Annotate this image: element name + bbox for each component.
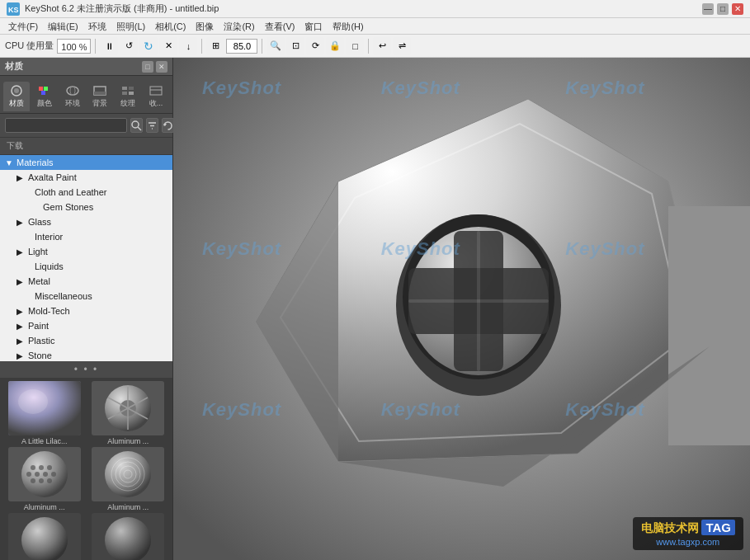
tab-color-label: 颜色 [37, 98, 52, 109]
svg-line-18 [138, 127, 141, 130]
svg-point-17 [132, 121, 139, 128]
thumbnail-grid: A Little Lilac... [0, 378, 172, 560]
tab-texture-label: 纹理 [120, 98, 135, 109]
tree-item-glass[interactable]: ▶ Glass [0, 214, 172, 229]
tree-item-misc[interactable]: Miscellaneous [0, 289, 172, 304]
section-label-text: 下载 [7, 141, 23, 150]
svg-rect-5 [44, 87, 48, 91]
thumb-img-2 [92, 381, 164, 435]
tree-arrow-light: ▶ [17, 247, 26, 256]
tab-env[interactable]: 环境 [59, 82, 86, 111]
tree-label-cloth: Cloth and Leather [35, 187, 106, 197]
search-btn-1[interactable] [130, 118, 143, 133]
tree-item-materials[interactable]: ▼ Materials [0, 155, 172, 170]
section-label: 下载 [0, 138, 172, 155]
search-input[interactable] [5, 118, 127, 133]
svg-point-37 [35, 472, 40, 477]
thumb-item-6[interactable] [87, 513, 170, 560]
minimize-btn[interactable]: — [702, 3, 714, 15]
menu-image[interactable]: 图像 [191, 18, 219, 35]
undo-btn[interactable]: ↩ [373, 37, 391, 55]
tree-label-metal: Metal [28, 276, 50, 286]
tree-item-cloth[interactable]: Cloth and Leather [0, 185, 172, 200]
maximize-btn[interactable]: □ [717, 3, 729, 15]
svg-point-40 [31, 478, 35, 483]
thumb-item-5[interactable] [3, 513, 86, 560]
svg-point-41 [39, 478, 44, 483]
menu-camera[interactable]: 相机(C) [150, 18, 191, 35]
panel-float-btn[interactable]: □ [142, 61, 153, 73]
svg-point-38 [43, 472, 48, 477]
stop-btn[interactable]: ✕ [159, 37, 177, 55]
tree-item-axalta[interactable]: ▶ Axalta Paint [0, 170, 172, 185]
svg-rect-14 [129, 92, 134, 95]
toolbar-sep-1 [95, 39, 96, 54]
tree-item-interior[interactable]: Interior [0, 229, 172, 244]
panel-close-btn[interactable]: ✕ [156, 61, 167, 73]
menu-render[interactable]: 渲染(R) [219, 18, 259, 35]
svg-rect-6 [41, 91, 45, 95]
rotate-btn[interactable]: ⟳ [306, 37, 324, 55]
tab-material[interactable]: 材质 [3, 82, 30, 111]
menu-environment[interactable]: 环境 [83, 18, 111, 35]
cpu-label: CPU 使用量 [5, 40, 54, 52]
tree-item-gem[interactable]: Gem Stones [0, 200, 172, 214]
toolbar: CPU 使用量 100 % ⏸ ↺ ↻ ✕ ↓ ⊞ 85.0 🔍 ⊡ ⟳ 🔒 □… [0, 35, 750, 58]
svg-point-36 [26, 472, 31, 477]
tab-texture[interactable]: 纹理 [115, 82, 141, 111]
close-btn[interactable]: ✕ [732, 3, 743, 15]
viewport[interactable]: KeyShot KeyShot KeyShot KeyShot KeyShot … [173, 58, 750, 560]
tree-arrow-metal: ▶ [17, 277, 26, 286]
tree-arrow-paint: ▶ [17, 322, 26, 331]
tree-item-plastic[interactable]: ▶ Plastic [0, 333, 172, 348]
main-layout: 材质 □ ✕ 材质 颜色 [0, 58, 750, 560]
toolbar-sep-3 [262, 39, 262, 54]
tree-label-interior: Interior [35, 232, 63, 242]
tree-item-stone[interactable]: ▶ Stone [0, 348, 172, 361]
menu-help[interactable]: 帮助(H) [328, 18, 368, 35]
tree-item-liquids[interactable]: Liquids [0, 259, 172, 274]
menu-view[interactable]: 查看(V) [260, 18, 300, 35]
grid-btn[interactable]: ⊞ [206, 37, 224, 55]
zoom-input[interactable]: 85.0 [226, 39, 257, 54]
thumb-item-3[interactable]: Aluminum ... [3, 447, 86, 511]
filter-btn[interactable] [146, 118, 158, 133]
menu-window[interactable]: 窗口 [300, 18, 328, 35]
tab-color[interactable]: 颜色 [31, 82, 58, 111]
tree-item-metal[interactable]: ▶ Metal [0, 274, 172, 289]
sync-btn[interactable]: ↻ [139, 37, 158, 55]
square-btn[interactable]: □ [346, 37, 364, 55]
tree-item-light[interactable]: ▶ Light [0, 244, 172, 259]
lock-btn[interactable]: 🔒 [326, 37, 344, 55]
refresh-btn[interactable]: ↺ [120, 37, 138, 55]
tree-label-materials: Materials [17, 158, 54, 167]
thumb-item-4[interactable]: Aluminum ... [87, 447, 170, 511]
more-dots[interactable]: • • • [74, 364, 98, 375]
tree-item-paint[interactable]: ▶ Paint [0, 318, 172, 333]
tab-bg[interactable]: 背景 [87, 82, 113, 111]
menu-edit[interactable]: 编辑(E) [43, 18, 83, 35]
pause-btn[interactable]: ⏸ [100, 37, 118, 55]
tab-more[interactable]: 收... [143, 82, 169, 111]
tree-label-misc: Miscellaneous [35, 291, 92, 301]
down-btn[interactable]: ↓ [179, 37, 197, 55]
swap-btn[interactable]: ⇌ [393, 37, 411, 55]
view-btn-2[interactable]: ⊡ [286, 37, 304, 55]
view-btn-1[interactable]: 🔍 [267, 37, 285, 55]
tree-label-mold: Mold-Tech [28, 306, 70, 316]
thumb-item-2[interactable]: Aluminum ... [87, 381, 170, 445]
refresh-search-btn[interactable] [162, 118, 174, 133]
svg-point-34 [39, 465, 44, 470]
thumb-item-1[interactable]: A Little Lilac... [3, 381, 86, 445]
tab-more-label: 收... [149, 98, 163, 109]
menu-lighting[interactable]: 照明(L) [111, 18, 150, 35]
tree-arrow-axalta: ▶ [17, 173, 26, 182]
tree-item-mold[interactable]: ▶ Mold-Tech [0, 304, 172, 318]
menu-file[interactable]: 文件(F) [3, 18, 43, 35]
panel-controls: □ ✕ [142, 61, 167, 73]
tree-label-light: Light [28, 247, 48, 256]
thumb-img-5 [8, 513, 81, 560]
tree-arrow-glass: ▶ [17, 218, 26, 227]
menu-bar: 文件(F) 编辑(E) 环境 照明(L) 相机(C) 图像 渲染(R) 查看(V… [0, 18, 750, 35]
panel-header: 材质 □ ✕ [0, 58, 172, 76]
